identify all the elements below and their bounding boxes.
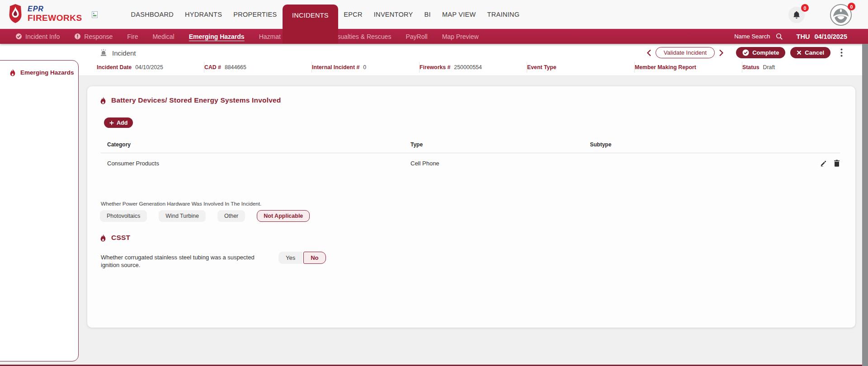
avatar-badge: 0	[848, 3, 855, 10]
field-label: Member Making Report	[635, 64, 696, 70]
csst-no-button[interactable]: No	[303, 252, 326, 264]
nav-hydrants[interactable]: HYDRANTS	[179, 11, 228, 18]
chevron-right-icon	[719, 49, 724, 56]
subnav-label: Fire	[127, 33, 138, 40]
option-not-applicable[interactable]: Not Applicable	[257, 210, 310, 222]
delete-row-button[interactable]	[834, 160, 840, 167]
field-label: Incident Date	[97, 64, 132, 70]
field-status: Status Draft	[742, 62, 850, 73]
csst-yes-button[interactable]: Yes	[278, 252, 302, 264]
field-member-making-report: Member Making Report	[635, 62, 742, 73]
next-incident-button[interactable]	[717, 49, 726, 56]
brand-logo[interactable]: EPR FIREWORKS	[7, 4, 82, 23]
date-day: THU	[797, 33, 810, 40]
brand-flame-icon	[7, 4, 24, 23]
siren-icon	[99, 49, 108, 57]
alert-circle-icon	[74, 33, 81, 40]
option-photovoltaics[interactable]: Photovoltaics	[100, 210, 147, 222]
emerging-hazards-panel: Battery Devices/ Stored Energy Systems I…	[87, 86, 855, 328]
left-sidebar: Emerging Hazards	[0, 60, 79, 361]
add-battery-device-button[interactable]: Add	[104, 117, 133, 128]
current-date: THU 04/10/2025	[797, 33, 847, 40]
brand-line1: EPR	[28, 5, 82, 13]
sidebar-item-emerging-hazards[interactable]: Emerging Hazards	[0, 61, 78, 76]
top-app-bar: EPR FIREWORKS DASHBOARD HYDRANTS PROPERT…	[0, 0, 868, 29]
incident-title-label: Incident	[112, 49, 136, 57]
csst-yes-no-toggle: Yes No	[278, 252, 326, 264]
nav-dashboard[interactable]: DASHBOARD	[125, 11, 179, 18]
subnav-emerging-hazards[interactable]: Emerging Hazards	[182, 33, 252, 40]
subnav-label: PayRoll	[406, 33, 427, 40]
kebab-menu-icon	[840, 48, 843, 57]
subnav-label: Response	[84, 33, 113, 40]
search-button[interactable]	[776, 33, 783, 40]
nav-incidents[interactable]: INCIDENTS	[283, 5, 338, 44]
incident-actions: Validate Incident Complete Cancel	[644, 47, 844, 58]
prev-incident-button[interactable]	[644, 49, 654, 56]
field-fireworks-number: Fireworks # 250000554	[420, 62, 527, 73]
subnav-label: Incident Info	[25, 33, 60, 40]
nav-inventory[interactable]: INVENTORY	[368, 11, 419, 18]
incident-header: Incident Validate Incident Complete Canc…	[0, 44, 868, 76]
subnav-incident-info[interactable]: Incident Info	[8, 33, 67, 40]
flame-icon	[100, 97, 106, 104]
search-icon	[776, 33, 783, 40]
subnav-map-preview[interactable]: Map Preview	[435, 33, 486, 40]
chevron-left-icon	[646, 49, 651, 56]
edit-row-button[interactable]	[820, 160, 827, 167]
subnav-medical[interactable]: Medical	[145, 33, 181, 40]
brand-name: EPR FIREWORKS	[28, 5, 82, 22]
field-label: Status	[742, 64, 760, 70]
battery-devices-table: Category Type Subtype Consumer Products …	[101, 141, 840, 173]
incident-info-row: Incident Date 04/10/2025 CAD # 8844665 I…	[97, 61, 850, 73]
battery-section-heading: Battery Devices/ Stored Energy Systems I…	[100, 96, 281, 104]
plus-icon	[109, 121, 114, 125]
field-label: CAD #	[204, 64, 221, 70]
subnav-label: Emerging Hazards	[189, 33, 245, 40]
sidebar-item-label: Emerging Hazards	[20, 69, 74, 76]
status-badge: Draft	[763, 64, 775, 70]
subnav-label: Medical	[152, 33, 174, 40]
nav-map-view[interactable]: MAP VIEW	[436, 11, 481, 18]
nav-epcr[interactable]: EPCR	[338, 11, 368, 18]
pencil-icon	[820, 160, 827, 167]
trash-icon	[834, 160, 840, 167]
cancel-button[interactable]: Cancel	[790, 47, 830, 58]
flame-icon	[100, 234, 106, 242]
vertical-scrollbar[interactable]	[862, 44, 868, 366]
complete-label: Complete	[752, 49, 779, 56]
subnav-fire[interactable]: Fire	[120, 33, 145, 40]
field-event-type: Event Type	[527, 62, 635, 73]
option-other[interactable]: Other	[217, 210, 245, 222]
field-cad-number: CAD # 8844665	[204, 62, 312, 73]
cell-type: Cell Phone	[410, 160, 590, 167]
date-value: 04/10/2025	[814, 33, 847, 40]
subnav-response[interactable]: Response	[67, 33, 120, 40]
brand-line2: FIREWORKS	[28, 14, 82, 22]
nav-bi[interactable]: BI	[419, 11, 436, 18]
subnav-right-tools: Name Search THU 04/10/2025	[734, 33, 847, 40]
option-wind-turbine[interactable]: Wind Turbine	[159, 210, 206, 222]
subnav-label: Map Preview	[442, 33, 479, 40]
field-label: Fireworks #	[420, 64, 450, 70]
subnav-payroll[interactable]: PayRoll	[398, 33, 434, 40]
power-generation-question: Whether Power Generation Hardware Was In…	[101, 201, 261, 207]
field-value: 04/10/2025	[135, 64, 163, 70]
field-label: Event Type	[527, 64, 557, 70]
table-header-row: Category Type Subtype	[101, 141, 840, 153]
name-search-label[interactable]: Name Search	[734, 33, 770, 40]
power-generation-options: Photovoltaics Wind Turbine Other Not App…	[100, 210, 310, 222]
row-actions	[808, 160, 840, 167]
nav-properties[interactable]: PROPERTIES	[228, 11, 283, 18]
add-button-label: Add	[117, 120, 127, 126]
complete-button[interactable]: Complete	[736, 47, 785, 58]
subnav-label: Hazmat	[259, 33, 281, 40]
subnav-label: Casualties & Rescues	[329, 33, 391, 40]
battery-section-title: Battery Devices/ Stored Energy Systems I…	[111, 96, 281, 104]
nav-training[interactable]: TRAINING	[481, 11, 525, 18]
col-category: Category	[107, 141, 410, 148]
csst-question-row: Whether corrugated stainless steel tubin…	[101, 252, 326, 269]
cell-category: Consumer Products	[107, 160, 410, 167]
more-options-button[interactable]	[839, 48, 844, 57]
validate-incident-button[interactable]: Validate Incident	[656, 47, 715, 58]
